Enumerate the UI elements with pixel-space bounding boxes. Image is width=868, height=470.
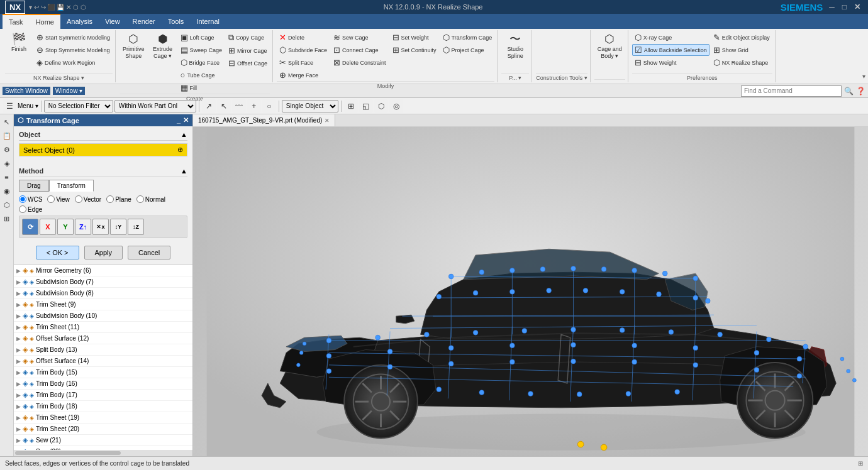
ok-button[interactable]: < OK > — [36, 246, 79, 260]
delete-btn[interactable]: ✕ Delete — [277, 31, 330, 43]
sidebar-layer-icon[interactable]: ≡ — [1, 171, 13, 183]
mirror-cage-btn[interactable]: ⊞ Mirror Cage — [226, 45, 270, 57]
subdivide-face-btn[interactable]: ⬡ Subdivide Face — [277, 44, 330, 56]
tree-item[interactable]: ▶ ◈ ◈ Trim Body (18) — [14, 401, 192, 412]
split-face-btn[interactable]: ✂ Split Face — [277, 57, 330, 68]
tab-tools[interactable]: Tools — [162, 14, 191, 29]
stop-symmetric-btn[interactable]: ⊖ Stop Symmetric Modeling — [34, 44, 113, 56]
point-tool-btn[interactable]: + — [247, 99, 261, 113]
tree-item[interactable]: ▶ ◈ ◈ Split Body (13) — [14, 344, 192, 356]
vector-option[interactable]: Vector — [75, 195, 101, 203]
switch-window-btn[interactable]: Switch Window — [3, 87, 50, 95]
studio-spline-btn[interactable]: 〜 StudioSpline — [501, 31, 529, 62]
tab-render[interactable]: Render — [126, 14, 162, 29]
scrollbar-thumb[interactable] — [15, 451, 121, 455]
view-btn1[interactable]: ⊞ — [344, 99, 358, 113]
method-collapse-icon[interactable]: ▲ — [181, 167, 187, 175]
translate-z-btn[interactable]: Z↑ — [75, 219, 91, 235]
show-weight-btn[interactable]: ⊟ Show Weight — [632, 57, 709, 68]
tube-cage-btn[interactable]: ○ Tube Cage — [178, 69, 225, 81]
select-tool-btn[interactable]: ↖ — [217, 99, 231, 113]
tree-item[interactable]: ▶ ◈ ◈ Trim Sheet (19) — [14, 412, 192, 424]
work-part-select[interactable]: Within Work Part Onl — [114, 100, 196, 112]
tree-item[interactable]: ▶ ◈ ◈ Sew (21) — [14, 435, 192, 446]
plane-option[interactable]: Plane — [106, 195, 131, 203]
transform-tab[interactable]: Transform — [49, 180, 94, 192]
tab-home[interactable]: Home — [30, 14, 60, 29]
ribbon-expand-icon[interactable]: ▾ — [862, 73, 865, 80]
apply-button[interactable]: Apply — [84, 246, 123, 260]
primitive-shape-btn[interactable]: ⬡ PrimitiveShape — [120, 31, 148, 62]
tree-item[interactable]: ▶ ◈ ◈ Subdivision Body (7) — [14, 276, 192, 288]
cage-body-btn[interactable]: ⬡ Cage andBody ▾ — [594, 31, 625, 62]
horizontal-scrollbar[interactable] — [14, 450, 192, 456]
sidebar-mfg-icon[interactable]: ⬡ — [1, 199, 13, 211]
copy-cage-btn[interactable]: ⧉ Copy Cage — [226, 31, 270, 44]
window-controls[interactable]: ─ □ ✕ — [826, 3, 863, 11]
cancel-button[interactable]: Cancel — [128, 246, 170, 260]
bridge-face-btn[interactable]: ⬡ Bridge Face — [178, 57, 225, 68]
panel-expand-icon[interactable]: _ — [177, 116, 181, 124]
sidebar-geo-icon[interactable]: ◈ — [1, 157, 13, 170]
tab-view[interactable]: View — [99, 14, 126, 29]
offset-cage-btn[interactable]: ⊟ Offset Cage — [226, 57, 270, 69]
xray-cage-btn[interactable]: ⬡ X-ray Cage — [632, 31, 709, 43]
sidebar-table-icon[interactable]: ⊞ — [1, 212, 13, 225]
sweep-cage-btn[interactable]: ▤ Sweep Cage — [178, 44, 225, 56]
sew-cage-btn[interactable]: ≋ Sew Cage — [331, 31, 389, 43]
edit-object-btn[interactable]: ✎ Edit Object Display — [711, 31, 772, 43]
normal-option[interactable]: Normal — [136, 195, 165, 203]
tree-item[interactable]: ▶ ◈ ◈ Trim Sheet (9) — [14, 299, 192, 310]
menu-label[interactable]: Menu ▾ — [18, 102, 38, 109]
view-btn4[interactable]: ◎ — [389, 99, 403, 113]
fill-btn[interactable]: ▦ Fill — [178, 82, 225, 94]
delete-constraint-btn[interactable]: ⊠ Delete Constraint — [331, 57, 389, 68]
move-handle-btn[interactable]: ⟳ — [22, 219, 38, 235]
viewport-file-tab[interactable]: 160715_AMG_GT_Step_9-VR.prt (Modified) ✕ — [193, 114, 335, 126]
circle-tool-btn[interactable]: ○ — [262, 99, 276, 113]
edge-option[interactable]: Edge — [19, 205, 42, 213]
show-grid-btn[interactable]: ⊞ Show Grid — [711, 44, 772, 56]
extrude-cage-btn[interactable]: ⬢ ExtrudeCage ▾ — [149, 31, 177, 62]
find-command-input[interactable] — [741, 85, 842, 97]
merge-face-btn[interactable]: ⊕ Merge Face — [277, 69, 330, 81]
panel-close-icon[interactable]: ✕ — [183, 116, 189, 124]
rotate-y-btn[interactable]: ↕Y — [110, 219, 126, 235]
tree-item[interactable]: ▶ ◈ ◈ Trim Sheet (11) — [14, 322, 192, 333]
tab-analysis[interactable]: Analysis — [60, 14, 99, 29]
close-btn[interactable]: ✕ — [852, 3, 863, 11]
tree-item[interactable]: ▶ ◈ ◈ Subdivision Body (10) — [14, 310, 192, 322]
tree-item[interactable]: ▶ ◈ ◈ Offset Surface (12) — [14, 333, 192, 344]
connect-cage-btn[interactable]: ⊡ Connect Cage — [331, 44, 389, 56]
tab-task[interactable]: Task — [3, 14, 30, 29]
view-btn3[interactable]: ⬡ — [374, 99, 388, 113]
sidebar-part-icon[interactable]: ⚙ — [1, 143, 13, 156]
loft-cage-btn[interactable]: ▣ Loft Cage — [178, 31, 225, 43]
car-canvas[interactable]: YC XC — [193, 127, 868, 456]
set-weight-btn[interactable]: ⊟ Set Weight — [390, 31, 439, 43]
tree-item[interactable]: ▶ ◈ ◈ Mirror Geometry (6) — [14, 265, 192, 276]
tree-item[interactable]: ▶ ◈ ◈ Trim Body (17) — [14, 390, 192, 401]
finish-btn[interactable]: 🏁 Finish — [5, 31, 33, 55]
menu-btn[interactable]: ☰ — [3, 99, 16, 113]
allow-backside-btn[interactable]: ☑ Allow Backside Selection — [632, 44, 709, 56]
tree-item[interactable]: ▶ ◈ ◈ Trim Sheet (20) — [14, 424, 192, 435]
maximize-btn[interactable]: □ — [840, 3, 849, 11]
minimize-btn[interactable]: ─ — [826, 3, 837, 11]
start-symmetric-btn[interactable]: ⊕ Start Symmetric Modeling — [34, 31, 113, 43]
set-continuity-btn[interactable]: ⊞ Set Continuity — [390, 44, 439, 56]
define-work-region-btn[interactable]: ◈ Define Work Region — [34, 57, 113, 68]
tree-item[interactable]: ▶ ◈ ◈ Trim Body (15) — [14, 367, 192, 378]
snap-object-select[interactable]: Single Object — [282, 100, 338, 112]
window-btn[interactable]: Window ▾ — [53, 87, 85, 95]
select-object-btn[interactable]: Select Object (0) ⊕ — [19, 143, 187, 156]
tree-item[interactable]: ▶ ◈ ◈ Offset Surface (14) — [14, 356, 192, 367]
tree-item[interactable]: ▶ ◈ ◈ Trim Body (16) — [14, 378, 192, 390]
selection-filter-select[interactable]: No Selection Filter — [44, 100, 113, 112]
project-cage-btn[interactable]: ⬡ Project Cage — [440, 44, 495, 56]
tree-item[interactable]: ▶ ◈ ◈ Subdivision Body (8) — [14, 288, 192, 299]
curve-tool-btn[interactable]: 〰 — [232, 99, 246, 113]
wcs-option[interactable]: WCS — [19, 195, 42, 203]
viewport-tab-close[interactable]: ✕ — [325, 117, 330, 124]
snap-btn[interactable]: ↗ — [202, 99, 216, 113]
